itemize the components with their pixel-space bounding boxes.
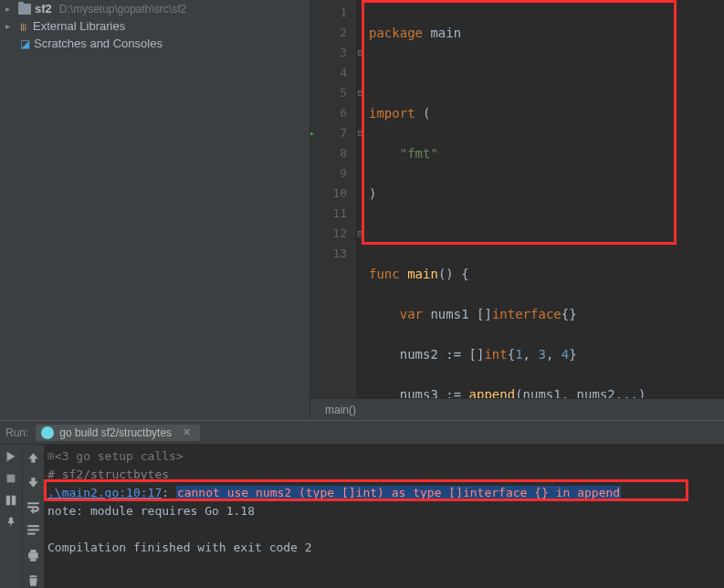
stop-icon[interactable]: [5, 472, 17, 485]
run-body: ⊞<3 go setup calls> # sf2/structbytes .\…: [0, 445, 724, 588]
scratches-node[interactable]: ◪ Scratches and Consoles: [0, 35, 310, 52]
project-root-path: D:\mysetup\gopath\src\sf2: [59, 3, 186, 16]
line-number: 12: [310, 224, 347, 244]
breadcrumb-main[interactable]: main(): [325, 404, 356, 416]
svg-rect-8: [30, 550, 36, 552]
folder-icon: [18, 4, 31, 15]
svg-rect-5: [27, 530, 39, 531]
line-number-gutter: 1 2 3 4 5 6 ▶7 8 9 10 11 12 13: [310, 0, 354, 398]
svg-rect-9: [30, 559, 36, 562]
console-fold-line: <3 go setup calls>: [55, 449, 184, 463]
pin-icon[interactable]: [5, 516, 17, 529]
line-number: 1: [310, 3, 347, 23]
error-message: cannot use nums2 (type []int) as type []…: [176, 486, 621, 499]
line-number: 4: [310, 63, 347, 83]
run-gutter-icon[interactable]: ▶: [310, 123, 314, 143]
svg-rect-3: [12, 496, 16, 506]
error-underline: nums2: [577, 387, 615, 398]
soft-wrap-icon[interactable]: [26, 499, 41, 515]
line-number: ▶7: [310, 123, 347, 143]
scratches-icon: ◪: [20, 37, 30, 50]
project-root-node[interactable]: ▸ sf2 D:\mysetup\gopath\src\sf2: [0, 0, 310, 17]
fold-toggle-icon[interactable]: ⊟: [355, 224, 365, 244]
run-label: Run:: [5, 426, 28, 439]
line-number: 8: [310, 143, 347, 163]
svg-marker-0: [7, 452, 16, 462]
run-config-tab[interactable]: go build sf2/structbytes ✕: [36, 425, 200, 441]
fold-toggle-icon[interactable]: ⊟: [355, 83, 365, 103]
fold-column: ⊟ ⊟ ⊟ ⊟: [354, 0, 365, 398]
svg-rect-6: [27, 533, 35, 535]
close-icon[interactable]: ✕: [183, 426, 191, 438]
line-number: 11: [310, 204, 347, 224]
console-error-line: .\main2.go:10:17: cannot use nums2 (type…: [47, 484, 719, 502]
console-output[interactable]: ⊞<3 go setup calls> # sf2/structbytes .\…: [44, 445, 724, 588]
fold-toggle-icon[interactable]: ⊟: [355, 123, 365, 143]
down-arrow-icon[interactable]: [26, 475, 41, 490]
console-line: # sf2/structbytes: [47, 466, 719, 484]
external-libraries-node[interactable]: ▸ ⫼ External Libraries: [0, 17, 310, 35]
project-root-name: sf2: [35, 2, 52, 16]
library-icon: ⫼: [18, 20, 29, 33]
svg-rect-7: [28, 553, 38, 559]
chevron-right-icon[interactable]: ▸: [5, 4, 15, 14]
svg-rect-2: [6, 496, 10, 506]
scratches-label: Scratches and Consoles: [34, 37, 163, 50]
gopher-icon: [41, 426, 54, 439]
console-finished-line: Compilation finished with exit code 2: [47, 539, 719, 557]
ide-root: ▸ sf2 D:\mysetup\gopath\src\sf2 ▸ ⫼ Exte…: [0, 0, 724, 588]
fold-toggle-icon[interactable]: ⊞: [47, 449, 55, 463]
run-header: Run: go build sf2/structbytes ✕: [0, 421, 724, 445]
svg-rect-1: [7, 475, 16, 483]
line-number: 5: [310, 83, 347, 103]
svg-rect-4: [27, 526, 39, 528]
line-number: 13: [310, 244, 347, 264]
print-icon[interactable]: [26, 548, 41, 563]
rerun-icon[interactable]: [5, 450, 17, 463]
top-area: ▸ sf2 D:\mysetup\gopath\src\sf2 ▸ ⫼ Exte…: [0, 0, 724, 420]
breadcrumb-bar[interactable]: main(): [310, 398, 724, 420]
code-editor[interactable]: package main import ( "fmt" ) func main(…: [365, 0, 724, 398]
editor-body: 1 2 3 4 5 6 ▶7 8 9 10 11 12 13 ⊟: [310, 0, 724, 398]
line-number: 6: [310, 103, 347, 123]
run-tool-window: Run: go build sf2/structbytes ✕: [0, 420, 724, 588]
console-line: note: module requires Go 1.18: [47, 502, 719, 520]
trash-icon[interactable]: [26, 572, 41, 588]
error-location-link[interactable]: .\main2.go:10:17: [47, 486, 162, 499]
project-tool-window: ▸ sf2 D:\mysetup\gopath\src\sf2 ▸ ⫼ Exte…: [0, 0, 310, 420]
up-arrow-icon[interactable]: [26, 450, 41, 466]
run-config-name: go build sf2/structbytes: [59, 426, 172, 439]
layout-icon[interactable]: [5, 494, 17, 507]
run-toolbar-secondary: [22, 445, 44, 588]
line-number: 10: [310, 184, 347, 204]
line-number: 9: [310, 163, 347, 184]
chevron-right-icon[interactable]: ▸: [5, 21, 15, 31]
run-toolbar-primary: [0, 445, 22, 588]
fold-toggle-icon[interactable]: ⊟: [355, 43, 365, 63]
line-number: 2: [310, 23, 347, 43]
scroll-to-end-icon[interactable]: [26, 523, 41, 539]
editor-area: 1 2 3 4 5 6 ▶7 8 9 10 11 12 13 ⊟: [310, 0, 724, 420]
line-number: 3: [310, 43, 347, 63]
external-libraries-label: External Libraries: [33, 19, 125, 33]
